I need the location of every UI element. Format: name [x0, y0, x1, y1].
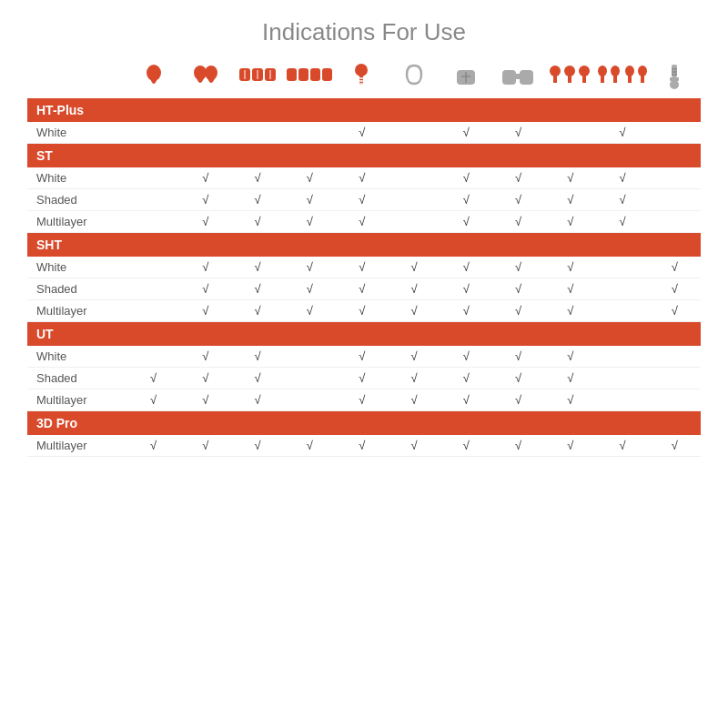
check-cell	[596, 300, 648, 322]
check-cell: √	[440, 389, 492, 411]
check-cell	[649, 189, 701, 211]
check-mark: √	[567, 193, 573, 207]
check-cell: √	[284, 257, 336, 278]
svg-rect-11	[310, 68, 320, 81]
check-cell	[649, 368, 701, 389]
check-cell	[127, 257, 179, 278]
check-cell: √	[179, 389, 231, 411]
check-cell: √	[544, 389, 596, 411]
check-cell	[127, 346, 179, 368]
check-mark: √	[463, 349, 470, 363]
check-cell: √	[544, 346, 596, 368]
check-cell: √	[232, 167, 284, 189]
check-cell: √	[179, 257, 231, 278]
col2-icon	[179, 64, 231, 94]
check-cell: √	[232, 211, 284, 233]
check-cell: √	[388, 389, 440, 411]
check-mark: √	[515, 193, 521, 207]
row-label: White	[27, 257, 127, 278]
svg-point-34	[625, 66, 634, 76]
check-cell: √	[492, 278, 544, 300]
table-row: Multilayer√√√√√√√√√	[27, 300, 701, 322]
check-mark: √	[255, 215, 261, 228]
check-cell: √	[127, 389, 179, 411]
col1-icon	[127, 64, 179, 94]
check-mark: √	[672, 304, 678, 318]
check-cell	[284, 389, 336, 411]
check-cell	[127, 211, 179, 233]
table-row: White√√√√√√√√	[27, 167, 701, 189]
icons-header-row	[27, 63, 701, 95]
check-cell	[596, 257, 648, 278]
check-mark: √	[202, 171, 208, 185]
check-mark: √	[202, 349, 208, 363]
check-mark: √	[202, 282, 208, 296]
svg-point-1	[194, 66, 207, 80]
check-mark: √	[463, 304, 470, 318]
check-cell: √	[388, 435, 440, 457]
check-cell: √	[649, 435, 701, 457]
check-cell: √	[388, 278, 440, 300]
check-cell: √	[596, 189, 648, 211]
check-cell: √	[284, 189, 336, 211]
check-cell: √	[336, 122, 388, 144]
page-title: Indications For Use	[27, 18, 701, 46]
svg-point-30	[598, 66, 607, 76]
check-mark: √	[359, 193, 365, 207]
check-cell: √	[440, 257, 492, 278]
col6-icon	[388, 64, 440, 94]
section-header-sht: SHT	[27, 233, 701, 258]
check-cell: √	[440, 278, 492, 300]
check-cell: √	[336, 189, 388, 211]
check-cell: √	[336, 435, 388, 457]
check-mark: √	[410, 282, 417, 296]
check-cell: √	[284, 435, 336, 457]
check-mark: √	[567, 260, 573, 274]
col9-icon	[544, 64, 596, 94]
row-label: White	[27, 346, 127, 368]
table-row: Multilayer√√√√√√√√	[27, 389, 701, 411]
check-mark: √	[567, 349, 573, 363]
check-cell	[596, 346, 648, 368]
check-cell: √	[440, 435, 492, 457]
check-cell: √	[284, 211, 336, 233]
svg-point-24	[550, 66, 561, 76]
check-mark: √	[202, 371, 208, 385]
row-label: Multilayer	[27, 300, 127, 322]
check-cell: √	[232, 300, 284, 322]
svg-rect-27	[568, 76, 571, 83]
check-cell: √	[440, 300, 492, 322]
check-cell: √	[232, 368, 284, 389]
row-label: Multilayer	[27, 389, 127, 411]
check-cell: √	[232, 435, 284, 457]
svg-point-43	[670, 80, 679, 89]
svg-rect-29	[582, 76, 586, 83]
check-cell: √	[492, 389, 544, 411]
check-cell	[649, 122, 701, 144]
check-mark: √	[255, 304, 261, 318]
check-cell: √	[544, 368, 596, 389]
check-cell: √	[284, 300, 336, 322]
check-cell: √	[388, 368, 440, 389]
check-mark: √	[463, 260, 470, 274]
check-cell: √	[232, 189, 284, 211]
row-label: Shaded	[27, 368, 127, 389]
check-mark: √	[515, 171, 521, 185]
check-mark: √	[255, 393, 261, 407]
check-mark: √	[463, 439, 470, 452]
check-cell: √	[492, 257, 544, 278]
check-cell: √	[492, 211, 544, 233]
section-header-ut: UT	[27, 322, 701, 347]
check-cell	[284, 368, 336, 389]
check-cell: √	[596, 435, 648, 457]
check-cell	[649, 389, 701, 411]
check-mark: √	[255, 171, 261, 185]
check-mark: √	[359, 215, 365, 228]
check-cell: √	[492, 167, 544, 189]
check-mark: √	[255, 260, 261, 274]
check-mark: √	[359, 439, 365, 452]
check-mark: √	[359, 393, 365, 407]
check-mark: √	[202, 393, 208, 407]
svg-rect-10	[298, 68, 308, 81]
check-cell: √	[127, 368, 179, 389]
